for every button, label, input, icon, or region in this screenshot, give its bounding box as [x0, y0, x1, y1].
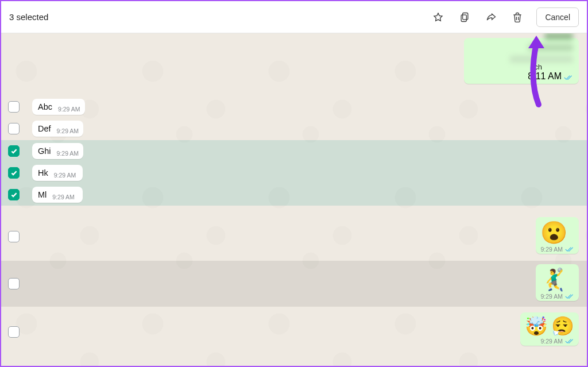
incoming-bubble[interactable]: Abc 9:29 AM	[32, 99, 85, 115]
redacted-content	[470, 33, 573, 63]
outgoing-bubble[interactable]: 😮 9:29 AM	[536, 217, 579, 254]
chat-messages-area: ch 8:11 AM Abc 9:29 AM Def 9:29 AM Ghi 9…	[1, 33, 587, 366]
svg-rect-1	[462, 14, 467, 21]
message-row[interactable]: Hk 9:29 AM	[1, 162, 587, 184]
message-time: 9:29 AM	[58, 106, 80, 113]
message-time: 9:29 AM	[540, 293, 563, 300]
incoming-bubble[interactable]: Hk 9:29 AM	[32, 165, 83, 181]
read-ticks-icon	[564, 73, 573, 80]
select-checkbox[interactable]	[8, 326, 20, 338]
message-text: Ghi	[38, 146, 51, 156]
message-time: 9:29 AM	[540, 338, 563, 345]
select-checkbox[interactable]	[8, 231, 20, 242]
select-checkbox[interactable]	[8, 278, 20, 289]
read-ticks-icon	[565, 292, 574, 299]
message-text: Ml	[38, 190, 47, 199]
message-row[interactable]: Abc 9:29 AM	[1, 96, 587, 117]
read-ticks-icon	[565, 245, 574, 252]
copy-icon[interactable]	[454, 6, 475, 28]
emoji-content: 🤾‍♂️	[540, 269, 574, 291]
emoji-content: 🤯 😮‍💨	[525, 317, 574, 335]
message-row[interactable]: 🤾‍♂️ 9:29 AM	[1, 261, 587, 307]
delete-icon[interactable]	[506, 6, 528, 28]
message-time: 9:29 AM	[57, 128, 79, 134]
select-checkbox[interactable]	[8, 189, 20, 200]
message-row[interactable]: Ghi 9:29 AM	[1, 140, 587, 162]
message-time: 9:29 AM	[57, 150, 79, 157]
message-text: Abc	[38, 102, 52, 111]
message-time: 8:11 AM	[528, 71, 562, 82]
star-icon[interactable]	[427, 6, 449, 28]
message-time: 9:29 AM	[52, 194, 75, 200]
message-time: 9:29 AM	[54, 172, 76, 179]
redacted-visible-tail: ch	[534, 63, 573, 71]
message-row[interactable]: 🤯 😮‍💨 9:29 AM	[1, 309, 587, 355]
svg-rect-0	[463, 13, 468, 20]
incoming-bubble[interactable]: Def 9:29 AM	[32, 121, 83, 137]
cancel-button[interactable]: Cancel	[536, 7, 579, 27]
select-checkbox[interactable]	[8, 167, 20, 179]
message-text: Def	[38, 124, 51, 133]
selection-count: 3 selected	[9, 12, 48, 22]
message-row[interactable]: Ml 9:29 AM	[1, 184, 587, 206]
outgoing-bubble[interactable]: 🤯 😮‍💨 9:29 AM	[520, 312, 579, 346]
incoming-bubble[interactable]: Ghi 9:29 AM	[32, 143, 83, 159]
selection-toolbar: 3 selected Cancel	[1, 1, 587, 33]
outgoing-bubble-redacted: ch 8:11 AM	[464, 38, 579, 84]
outgoing-bubble[interactable]: 🤾‍♂️ 9:29 AM	[536, 264, 579, 301]
forward-icon[interactable]	[480, 6, 502, 28]
select-checkbox[interactable]	[8, 145, 20, 157]
message-row[interactable]: 😮 9:29 AM	[1, 214, 587, 260]
incoming-bubble[interactable]: Ml 9:29 AM	[32, 187, 83, 203]
message-time: 9:29 AM	[540, 246, 563, 253]
select-checkbox[interactable]	[8, 123, 20, 134]
select-checkbox[interactable]	[8, 101, 20, 113]
message-text: Hk	[38, 168, 48, 177]
emoji-content: 😮	[540, 222, 574, 244]
message-row[interactable]: Def 9:29 AM	[1, 118, 587, 139]
read-ticks-icon	[565, 337, 574, 343]
